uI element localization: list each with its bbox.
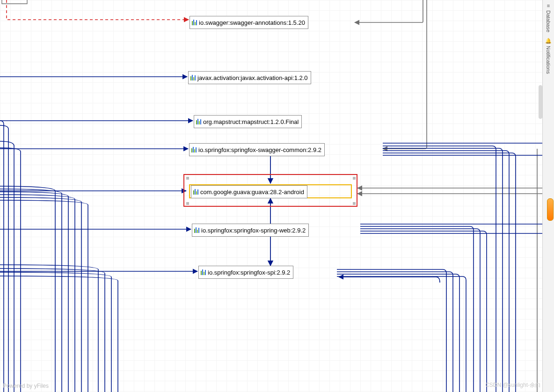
node-label: org.mapstruct:mapstruct:1.2.0.Final [203,118,299,125]
vertical-scrollbar-thumb[interactable] [539,85,542,119]
node-label: io.springfox:springfox-spi:2.9.2 [208,269,290,276]
dep-node-mapstruct[interactable]: org.mapstruct:mapstruct:1.2.0.Final [194,115,302,128]
watermark: CSDN @sunlight-余白 [485,381,541,389]
sidebar-tab-notifications[interactable]: 🔔 Notifications [544,35,553,77]
library-icon [196,119,201,124]
node-label: javax.activation:javax.activation-api:1.… [197,74,308,81]
dep-node-swagger-annotations[interactable]: io.swagger:swagger-annotations:1.5.20 [190,16,308,29]
resize-handle[interactable] [353,177,356,180]
bell-icon: 🔔 [545,38,552,44]
dep-node-springfox-spi[interactable]: io.springfox:springfox-spi:2.9.2 [198,266,293,279]
right-tool-sidebar: ≡ Database 🔔 Notifications [542,0,554,392]
sidebar-tab-label: Notifications [546,46,551,74]
dep-node-springfox-spring-web[interactable]: io.springfox:springfox-spring-web:2.9.2 [192,224,309,237]
dep-node-javax-activation[interactable]: javax.activation:javax.activation-api:1.… [188,71,311,84]
sidebar-tab-label: Database [546,10,551,32]
sidebar-tab-database[interactable]: ≡ Database [545,0,552,35]
powered-by-label: Powered by yFiles [3,383,49,389]
dep-node-springfox-swagger-common[interactable]: io.springfox:springfox-swagger-common:2.… [189,143,325,156]
diagram-canvas[interactable]: io.swagger:swagger-annotations:1.5.20 ja… [0,0,543,392]
library-icon [194,227,199,233]
library-icon [201,269,206,275]
resize-handle[interactable] [186,177,189,180]
dep-node-guava[interactable]: com.google.guava:guava:28.2-android [191,185,307,198]
database-icon: ≡ [547,3,550,8]
resize-handle[interactable] [186,202,189,205]
minimap-indicator[interactable] [547,198,554,221]
node-label: io.springfox:springfox-swagger-common:2.… [198,146,321,153]
library-icon [193,189,198,195]
resize-handle[interactable] [353,202,356,205]
library-icon [191,147,197,152]
node-label: io.springfox:springfox-spring-web:2.9.2 [201,227,306,234]
node-label: com.google.guava:guava:28.2-android [200,189,304,196]
node-label: io.swagger:swagger-annotations:1.5.20 [199,19,305,26]
library-icon [190,75,196,80]
library-icon [192,20,197,25]
